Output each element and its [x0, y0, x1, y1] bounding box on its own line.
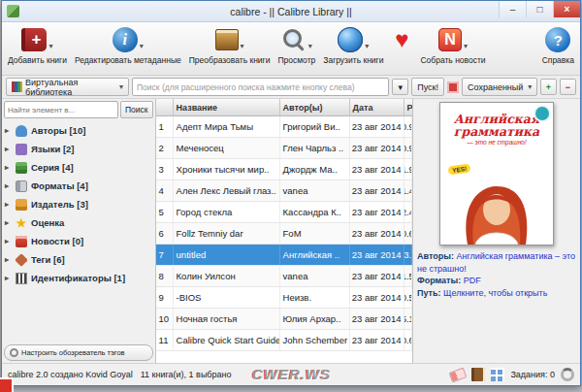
search-go-button[interactable]: Пуск!	[411, 78, 444, 96]
authors-cell[interactable]: Глен Чарльз ..	[280, 138, 350, 158]
title-cell[interactable]: Адепт Мира Тьмы	[174, 116, 280, 137]
fetch-news-button[interactable]: N▾Собрать новости	[418, 24, 487, 66]
size-cell[interactable]: 1.9	[404, 159, 412, 180]
authors-cell[interactable]: Кассандра К..	[280, 202, 350, 222]
title-cell[interactable]: -BIOS	[174, 287, 280, 308]
column-header-3[interactable]: Дата	[350, 99, 404, 115]
sidebar-item-languages[interactable]: ▸Языки [2]	[2, 140, 155, 158]
configure-tag-browser-button[interactable]: Настроить обозреватель тэгов	[4, 344, 153, 361]
table-row[interactable]: 11Calibre Quick Start GuideJohn Schember…	[156, 330, 412, 351]
maximize-button[interactable]: □	[526, 1, 553, 17]
expand-arrow-icon[interactable]: ▸	[5, 200, 12, 209]
sidebar-item-identifiers[interactable]: ▸Идентификаторы [1]	[2, 269, 155, 287]
table-row[interactable]: 1Адепт Мира ТьмыГригорий Ви..23 авг 2014…	[156, 116, 412, 138]
title-cell[interactable]: Меченосец	[174, 138, 280, 158]
get-books-button[interactable]: ▾Загрузить книги	[321, 24, 385, 66]
virtual-library-button[interactable]: Виртуальная библиотека ▾	[6, 78, 129, 96]
size-cell[interactable]: 1.5	[404, 266, 412, 286]
column-header-2[interactable]: Автор(ы)	[280, 99, 350, 115]
chevron-down-icon[interactable]: ▾	[308, 42, 312, 54]
chevron-down-icon[interactable]: ▾	[241, 42, 244, 54]
size-cell[interactable]: 0.6	[404, 330, 412, 350]
help-button[interactable]: ?Справка	[540, 24, 576, 66]
chevron-down-icon[interactable]: ▾	[140, 42, 144, 54]
column-header-num[interactable]	[156, 99, 174, 115]
authors-cell[interactable]: FoM	[280, 223, 350, 244]
expand-arrow-icon[interactable]: ▸	[5, 274, 12, 282]
sidebar-item-tags[interactable]: ▸Теги [6]	[2, 250, 155, 269]
formats-value[interactable]: PDF	[464, 276, 481, 285]
expand-arrow-icon[interactable]: ▸	[5, 255, 12, 264]
size-cell[interactable]: 5.1	[404, 309, 412, 329]
date-cell[interactable]: 23 авг 2014	[350, 202, 404, 222]
view-button[interactable]: ▾Просмотр	[275, 24, 317, 66]
expand-arrow-icon[interactable]: ▸	[5, 145, 12, 153]
authors-cell[interactable]: John Schember	[280, 330, 350, 350]
expand-arrow-icon[interactable]: ▸	[5, 237, 12, 245]
add-books-button[interactable]: +▾Добавить книги	[6, 24, 69, 66]
expand-arrow-icon[interactable]: ▸	[5, 163, 12, 172]
expand-arrow-icon[interactable]: ▸	[5, 126, 12, 135]
titlebar[interactable]: calibre - || Calibre Library || –□×	[2, 1, 580, 22]
search-input[interactable]	[132, 78, 389, 96]
sidebar-item-formats[interactable]: ▸Форматы [4]	[2, 177, 155, 195]
date-cell[interactable]: 23 авг 2014	[350, 245, 404, 265]
title-cell[interactable]: Ален Лекс Левый глаз..	[174, 180, 280, 201]
sidebar-item-publisher[interactable]: ▸Издатель [3]	[2, 195, 155, 213]
authors-cell[interactable]: Григорий Ви..	[280, 116, 350, 137]
date-cell[interactable]: 23 авг 2014	[350, 116, 404, 137]
path-value[interactable]: Щелкните, чтобы открыть	[443, 288, 547, 298]
table-row[interactable]: 6Follz Temniy darFoM23 авг 20140.6	[156, 223, 412, 245]
saved-search-icon[interactable]	[447, 82, 459, 93]
sidebar-item-news[interactable]: ▸Новости [0]	[2, 232, 155, 250]
book-cover[interactable]: Английская грамматика — это не страшно! …	[439, 102, 554, 245]
book-list-header[interactable]: НазваниеАвтор(ы)ДатаРазмер	[156, 99, 412, 116]
authors-cell[interactable]: Неизв.	[280, 287, 350, 308]
table-row[interactable]: 5Город стеклаКассандра К..23 авг 20142.4	[156, 202, 412, 223]
size-cell[interactable]: 0.9	[404, 116, 412, 137]
expand-arrow-icon[interactable]: ▸	[5, 181, 12, 190]
authors-cell[interactable]: Джордж Ма..	[280, 159, 350, 180]
authors-cell[interactable]: vanea	[280, 180, 350, 201]
jobs-label[interactable]: Задания: 0	[510, 370, 555, 379]
save-search-add-button[interactable]: +	[540, 79, 557, 95]
size-cell[interactable]: 13.2	[404, 245, 412, 265]
sidebar-item-authors[interactable]: ▸Авторы [10]	[2, 121, 155, 140]
title-cell[interactable]: Город стекла	[174, 202, 280, 222]
date-cell[interactable]: 23 авг 2014	[350, 138, 404, 158]
donate-button[interactable]: ♥	[389, 24, 414, 56]
chevron-down-icon[interactable]: ▾	[464, 42, 468, 54]
table-row[interactable]: 9-BIOSНеизв.23 авг 20140.5	[156, 287, 412, 309]
expand-arrow-icon[interactable]: ▸	[5, 218, 12, 227]
table-row[interactable]: 7untitledАнглийская ..23 авг 201413.2	[156, 245, 412, 266]
cover-grid-toggle-icon[interactable]	[491, 368, 504, 381]
title-cell[interactable]: Calibre Quick Start Guide	[174, 330, 280, 350]
authors-cell[interactable]: Английская ..	[280, 245, 350, 265]
saved-search-select[interactable]: Сохраненный ▾	[462, 78, 537, 96]
chevron-down-icon[interactable]: ▾	[48, 42, 52, 54]
column-header-1[interactable]: Название	[174, 99, 280, 115]
save-search-remove-button[interactable]: −	[560, 79, 576, 95]
size-cell[interactable]: 0.9	[404, 138, 412, 158]
table-row[interactable]: 2МеченосецГлен Чарльз ..23 авг 20140.9	[156, 138, 412, 159]
date-cell[interactable]: 23 авг 2014	[350, 159, 404, 180]
edit-metadata-button[interactable]: i▾Редактировать метаданные	[73, 24, 183, 66]
chevron-down-icon[interactable]: ▾	[365, 42, 369, 54]
date-cell[interactable]: 23 авг 2014	[350, 266, 404, 286]
title-cell[interactable]: Колин Уилсон	[174, 266, 280, 286]
date-cell[interactable]: 23 авг 2014	[350, 309, 404, 329]
table-row[interactable]: 3Хроники тысячи мир..Джордж Ма..23 авг 2…	[156, 159, 412, 180]
table-row[interactable]: 10Ночная гостьяЮлия Архар..23 авг 20145.…	[156, 309, 412, 330]
title-cell[interactable]: untitled	[174, 245, 280, 265]
tag-find-input[interactable]	[4, 101, 118, 118]
date-cell[interactable]: 23 авг 2014	[350, 287, 404, 308]
size-cell[interactable]: 1.4	[404, 180, 412, 201]
authors-cell[interactable]: vanea	[280, 266, 350, 286]
clear-icon[interactable]	[449, 367, 468, 382]
jobs-spinner-icon[interactable]	[561, 368, 574, 381]
table-row[interactable]: 8Колин Уилсонvanea23 авг 20141.5	[156, 266, 412, 287]
date-cell[interactable]: 23 авг 2014	[350, 180, 404, 201]
minimize-button[interactable]: –	[499, 1, 526, 17]
sidebar-item-rating[interactable]: ▸★Оценка	[2, 213, 155, 232]
size-cell[interactable]: 0.5	[404, 287, 412, 308]
